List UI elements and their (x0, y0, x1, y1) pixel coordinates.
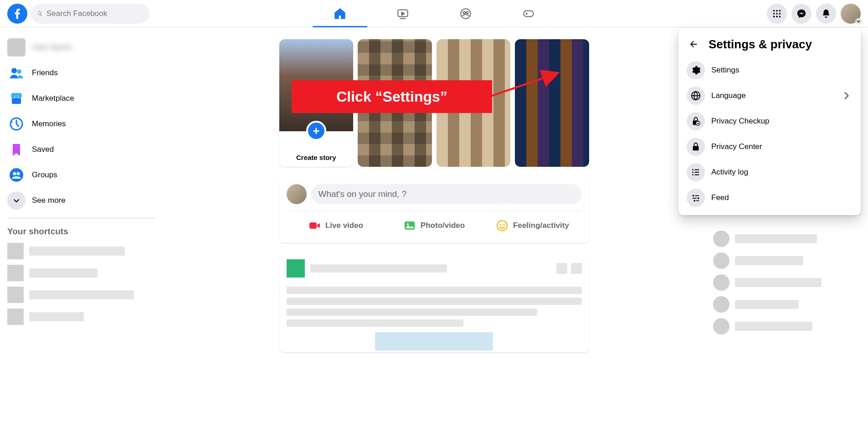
sidebar-item-memories[interactable]: Memories (4, 111, 160, 137)
sidebar-item-label: Memories (32, 119, 66, 129)
post-composer: What's on your mind, ? Live video Photo/… (279, 178, 589, 243)
svg-point-39 (698, 197, 699, 199)
composer-input[interactable]: What's on your mind, ? (311, 184, 582, 204)
contact-item[interactable] (709, 228, 863, 250)
sidebar-item-label: Marketplace (32, 94, 74, 103)
nav-gaming[interactable] (499, 1, 558, 26)
svg-rect-16 (12, 98, 21, 104)
composer-photo-video[interactable]: Photo/video (385, 215, 483, 237)
avatar[interactable] (287, 184, 307, 204)
memories-icon (7, 115, 26, 133)
svg-point-41 (693, 200, 695, 202)
svg-point-33 (692, 174, 693, 175)
sidebar-item-groups[interactable]: Groups (4, 162, 160, 188)
composer-live-video[interactable]: Live video (287, 215, 385, 237)
shortcut-item[interactable] (4, 306, 160, 328)
sidebar-item-label: Groups (32, 170, 57, 180)
divider (7, 218, 157, 218)
header-right (767, 4, 861, 24)
svg-point-11 (773, 15, 775, 17)
nav-groups[interactable] (436, 1, 495, 26)
contact-item[interactable] (709, 315, 863, 337)
top-header (0, 0, 868, 27)
dropdown-item-feed[interactable]: Feed (683, 185, 856, 211)
sidebar-profile[interactable]: User Name (4, 35, 160, 60)
svg-point-9 (776, 13, 778, 15)
back-button[interactable] (685, 36, 702, 53)
gear-icon (687, 61, 705, 79)
header-nav (310, 1, 558, 26)
dropdown-item-privacy-checkup[interactable]: Privacy Checkup (683, 108, 856, 134)
svg-point-31 (692, 169, 693, 170)
svg-rect-35 (694, 172, 699, 173)
svg-rect-38 (695, 196, 699, 196)
dropdown-item-privacy-center[interactable]: Privacy Center (683, 134, 856, 160)
svg-rect-4 (524, 10, 533, 16)
svg-point-7 (779, 10, 781, 11)
menu-grid-button[interactable] (767, 4, 787, 24)
feed-post (279, 252, 589, 352)
dropdown-item-label: Activity log (711, 168, 853, 177)
notifications-button[interactable] (816, 4, 836, 24)
svg-point-2 (463, 11, 465, 14)
dropdown-item-language[interactable]: Language (683, 83, 856, 108)
sidebar-see-more[interactable]: See more (4, 188, 160, 213)
contact-item[interactable] (709, 272, 863, 293)
svg-point-19 (13, 172, 16, 175)
sidebar-item-saved[interactable]: Saved (4, 137, 160, 162)
search-input[interactable] (46, 9, 143, 18)
settings-privacy-dropdown: Settings & privacy Settings Language Pri… (678, 28, 861, 215)
svg-point-3 (466, 11, 468, 14)
svg-point-20 (17, 172, 20, 175)
svg-point-12 (776, 15, 778, 17)
shortcut-item[interactable] (4, 284, 160, 306)
svg-point-6 (776, 10, 778, 11)
contact-item[interactable] (709, 293, 863, 315)
contact-item[interactable] (709, 250, 863, 272)
feeling-icon (496, 219, 508, 232)
header-left (7, 4, 149, 24)
sidebar-item-friends[interactable]: Friends (4, 60, 160, 86)
svg-point-13 (779, 15, 781, 17)
messenger-button[interactable] (791, 4, 812, 24)
arrow-left-icon (688, 39, 699, 49)
story-card[interactable] (515, 39, 589, 167)
dropdown-item-label: Settings (711, 66, 853, 75)
sidebar-item-marketplace[interactable]: Marketplace (4, 86, 160, 111)
shortcut-item[interactable] (4, 262, 160, 284)
svg-rect-42 (696, 201, 699, 201)
svg-point-1 (461, 9, 470, 18)
svg-point-15 (17, 69, 21, 74)
composer-action-label: Photo/video (421, 221, 465, 230)
svg-rect-22 (405, 221, 415, 230)
dropdown-item-label: Privacy Checkup (711, 117, 853, 126)
saved-icon (7, 140, 26, 159)
composer-feeling[interactable]: Feeling/activity (483, 215, 582, 237)
dropdown-item-activity-log[interactable]: Activity log (683, 160, 856, 185)
marketplace-icon (7, 89, 26, 108)
svg-rect-30 (693, 146, 699, 150)
feed-settings-icon (687, 189, 705, 207)
photo-icon (403, 219, 416, 232)
svg-point-5 (773, 10, 775, 11)
dropdown-item-label: Privacy Center (711, 142, 853, 151)
chevron-right-icon (841, 90, 853, 102)
svg-point-32 (692, 172, 693, 173)
sidebar-item-label: Saved (32, 145, 54, 154)
svg-point-8 (773, 13, 775, 15)
globe-icon (687, 87, 705, 105)
shortcut-item[interactable] (4, 240, 160, 262)
search-box[interactable] (31, 4, 149, 24)
friends-icon (7, 64, 26, 82)
nav-home[interactable] (310, 1, 370, 26)
svg-point-25 (499, 224, 501, 225)
account-avatar-button[interactable] (841, 4, 861, 24)
avatar (7, 38, 26, 57)
shortcuts-heading: Your shortcuts (4, 223, 160, 240)
nav-watch[interactable] (373, 1, 432, 26)
groups-icon (7, 166, 26, 184)
facebook-logo[interactable] (7, 4, 27, 24)
svg-rect-21 (309, 222, 317, 229)
dropdown-item-settings[interactable]: Settings (683, 57, 856, 83)
svg-point-37 (693, 195, 694, 197)
